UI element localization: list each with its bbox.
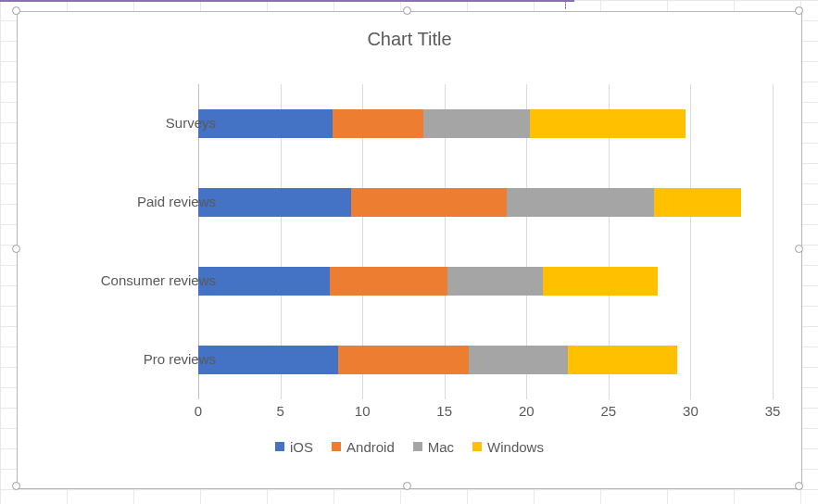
x-tick-label: 30	[683, 403, 698, 419]
legend-label: Android	[346, 439, 395, 455]
legend-label: iOS	[290, 439, 313, 455]
resize-handle-bottom-right[interactable]	[795, 482, 803, 490]
worksheet: Chart Title 05101520253035 iOSAndroidMac…	[0, 0, 818, 504]
bar-segment-android[interactable]	[351, 188, 507, 217]
bar-segment-mac[interactable]	[507, 188, 654, 217]
x-tick-label: 10	[355, 403, 371, 419]
resize-handle-top-left[interactable]	[12, 6, 20, 15]
legend-swatch	[332, 442, 341, 451]
category-label: Paid reviews	[58, 194, 216, 209]
resize-handle-top-mid[interactable]	[403, 6, 411, 15]
bar-segment-windows[interactable]	[543, 267, 658, 296]
category-label: Surveys	[58, 115, 216, 131]
resize-handle-bottom-mid[interactable]	[403, 482, 411, 490]
x-tick-label: 15	[436, 403, 452, 419]
bar-segment-android[interactable]	[338, 346, 470, 374]
legend-item-ios[interactable]: iOS	[275, 439, 313, 455]
legend-swatch	[413, 442, 422, 451]
category-label: Pro reviews	[58, 351, 216, 367]
bar-row[interactable]	[198, 267, 773, 296]
resize-handle-bottom-left[interactable]	[12, 482, 20, 490]
legend[interactable]: iOSAndroidMacWindows	[18, 438, 801, 455]
legend-swatch	[472, 442, 482, 451]
x-tick-label: 25	[601, 403, 617, 419]
bar-segment-windows[interactable]	[530, 109, 686, 138]
legend-item-windows[interactable]: Windows	[472, 439, 544, 455]
x-tick-label: 0	[195, 403, 202, 419]
resize-handle-top-right[interactable]	[795, 6, 803, 15]
legend-item-android[interactable]: Android	[332, 439, 395, 455]
bar-segment-android[interactable]	[333, 109, 422, 138]
x-tick-label: 5	[276, 403, 283, 419]
bar-segment-ios[interactable]	[198, 346, 338, 374]
bar-segment-windows[interactable]	[654, 188, 741, 217]
bar-segment-ios[interactable]	[198, 109, 333, 138]
legend-label: Windows	[487, 439, 544, 455]
bar-row[interactable]	[198, 109, 773, 138]
legend-label: Mac	[428, 439, 454, 455]
bar-segment-windows[interactable]	[568, 346, 678, 374]
bar-segment-mac[interactable]	[447, 267, 543, 296]
selection-edge-end	[565, 0, 566, 9]
category-label: Consumer reviews	[58, 272, 216, 288]
x-tick-label: 20	[519, 403, 535, 419]
x-tick-label: 35	[765, 403, 781, 419]
chart-object[interactable]: Chart Title 05101520253035 iOSAndroidMac…	[17, 11, 802, 489]
bar-segment-ios[interactable]	[198, 267, 330, 296]
bar-segment-mac[interactable]	[423, 109, 530, 138]
bar-segment-mac[interactable]	[469, 346, 567, 374]
resize-handle-mid-right[interactable]	[795, 245, 803, 253]
bar-row[interactable]	[198, 346, 773, 374]
resize-handle-mid-left[interactable]	[12, 245, 20, 253]
bar-segment-ios[interactable]	[198, 188, 351, 217]
bar-row[interactable]	[198, 188, 773, 217]
legend-item-mac[interactable]: Mac	[413, 439, 454, 455]
bar-segment-android[interactable]	[330, 267, 448, 296]
gridline	[773, 84, 774, 399]
plot-area[interactable]	[198, 84, 773, 399]
legend-swatch	[275, 442, 284, 451]
x-axis-labels: 05101520253035	[198, 403, 773, 425]
selection-edge	[0, 0, 574, 2]
chart-title[interactable]: Chart Title	[18, 12, 801, 50]
